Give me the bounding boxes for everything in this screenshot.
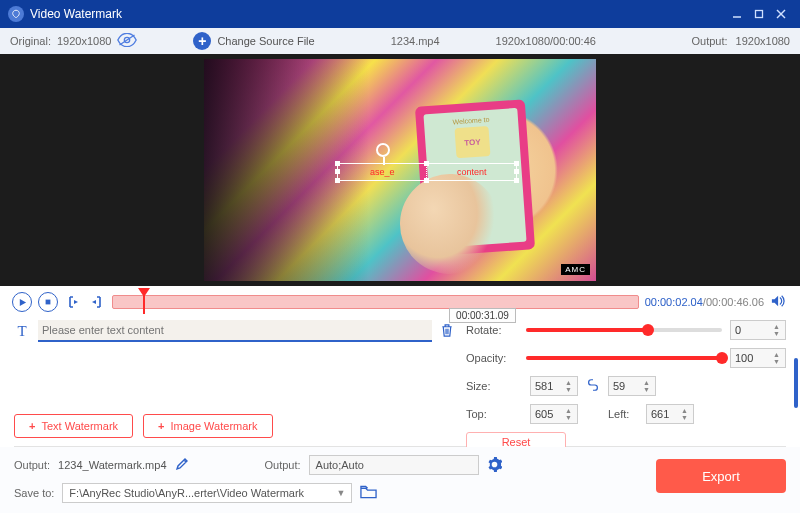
rotate-value-text: 0 [735, 324, 741, 336]
size-height[interactable]: 59 ▲▼ [608, 376, 656, 396]
maximize-button[interactable] [748, 3, 770, 25]
plus-icon: + [29, 420, 35, 432]
plus-icon: + [158, 420, 164, 432]
timeline[interactable]: 00:00:31.09 [112, 292, 639, 312]
opacity-value[interactable]: 100 ▲▼ [730, 348, 786, 368]
output-resolution: 1920x1080 [736, 35, 790, 47]
output-format-label: Output: [265, 459, 301, 471]
video-preview[interactable]: Welcome to TOY amc ase_e content [204, 59, 596, 281]
delete-text-button[interactable] [440, 323, 456, 340]
svg-marker-6 [19, 298, 25, 305]
rotate-value[interactable]: 0 ▲▼ [730, 320, 786, 340]
size-label: Size: [466, 380, 518, 392]
properties-scrollbar[interactable] [794, 320, 798, 446]
top-value[interactable]: 605 ▲▼ [530, 404, 578, 424]
output-settings-button[interactable] [487, 457, 502, 474]
info-toolbar: Original: 1920x1080 + Change Source File… [0, 28, 800, 54]
rotate-label: Rotate: [466, 324, 518, 336]
text-icon: T [14, 323, 30, 340]
minimize-button[interactable] [726, 3, 748, 25]
opacity-value-text: 100 [735, 352, 753, 364]
text-watermark-label: Text Watermark [41, 420, 118, 432]
mark-in-button[interactable] [64, 292, 82, 312]
mid-panels: T + Text Watermark + Image Watermark Rot… [0, 316, 800, 446]
video-stage: Welcome to TOY amc ase_e content [0, 54, 800, 286]
svg-marker-8 [74, 300, 78, 304]
svg-marker-10 [772, 296, 778, 307]
volume-button[interactable] [770, 294, 788, 310]
image-watermark-label: Image Watermark [170, 420, 257, 432]
playback-controls: 00:00:31.09 00:00:02.04/00:00:46.06 [0, 286, 800, 316]
output-file-label: Output: [14, 459, 50, 471]
size-height-text: 59 [613, 380, 625, 392]
output-format-select[interactable]: Auto;Auto [309, 455, 479, 475]
close-button[interactable] [770, 3, 792, 25]
spin-up-icon[interactable]: ▲ [565, 407, 575, 414]
rename-output-button[interactable] [175, 457, 189, 473]
spin-down-icon[interactable]: ▼ [643, 386, 653, 393]
save-to-label: Save to: [14, 487, 54, 499]
rotate-handle-icon[interactable] [376, 143, 390, 157]
add-image-watermark-button[interactable]: + Image Watermark [143, 414, 272, 438]
left-value-text: 661 [651, 408, 669, 420]
titlebar: Video Watermark [0, 0, 800, 28]
output-label: Output: [691, 35, 727, 47]
save-path-text: F:\AnyRec Studio\AnyR...erter\Video Wate… [69, 487, 304, 499]
opacity-label: Opacity: [466, 352, 518, 364]
svg-marker-9 [92, 300, 96, 304]
spin-down-icon[interactable]: ▼ [773, 330, 783, 337]
spin-down-icon[interactable]: ▼ [565, 414, 575, 421]
footer: Output: 1234_Watermark.mp4 Output: Auto;… [0, 447, 800, 513]
mark-out-button[interactable] [88, 292, 106, 312]
spin-up-icon[interactable]: ▲ [643, 379, 653, 386]
card-welcome: Welcome to [452, 116, 489, 126]
source-res-time: 1920x1080/00:00:46 [496, 35, 596, 47]
svg-rect-1 [756, 11, 763, 18]
spin-up-icon[interactable]: ▲ [681, 407, 691, 414]
open-folder-button[interactable] [360, 485, 377, 501]
plus-icon: + [193, 32, 211, 50]
time-current: 00:00:02.04 [645, 296, 703, 308]
playhead-icon[interactable] [138, 288, 150, 297]
left-label: Left: [608, 408, 638, 420]
properties-panel: Rotate: 0 ▲▼ Opacity: 100 ▲▼ Size: 581 [466, 320, 786, 446]
opacity-slider[interactable] [526, 356, 722, 360]
svg-line-5 [120, 35, 135, 45]
rotate-slider[interactable] [526, 328, 722, 332]
spin-down-icon[interactable]: ▼ [565, 386, 575, 393]
original-label: Original: [10, 35, 51, 47]
spin-up-icon[interactable]: ▲ [565, 379, 575, 386]
preview-toggle-icon[interactable] [117, 33, 137, 49]
spin-up-icon[interactable]: ▲ [773, 351, 783, 358]
spin-down-icon[interactable]: ▼ [681, 414, 691, 421]
export-button[interactable]: Export [656, 459, 786, 493]
spin-up-icon[interactable]: ▲ [773, 323, 783, 330]
amc-badge: amc [561, 264, 590, 275]
size-width[interactable]: 581 ▲▼ [530, 376, 578, 396]
source-filename: 1234.mp4 [391, 35, 440, 47]
output-filename: 1234_Watermark.mp4 [58, 459, 166, 471]
save-path-select[interactable]: F:\AnyRec Studio\AnyR...erter\Video Wate… [62, 483, 352, 503]
card-brand: TOY [464, 137, 481, 147]
text-panel: T + Text Watermark + Image Watermark [14, 320, 456, 446]
output-format-text: Auto;Auto [316, 459, 364, 471]
watermark-sel-right: content [457, 167, 487, 177]
time-display: 00:00:02.04/00:00:46.06 [645, 296, 764, 308]
link-aspect-icon[interactable] [586, 379, 600, 393]
change-source-button[interactable]: + Change Source File [193, 32, 314, 50]
top-label: Top: [466, 408, 518, 420]
stop-button[interactable] [38, 292, 58, 312]
app-logo [8, 6, 24, 22]
left-value[interactable]: 661 ▲▼ [646, 404, 694, 424]
play-button[interactable] [12, 292, 32, 312]
chevron-down-icon: ▼ [336, 488, 345, 498]
watermark-selection[interactable]: ase_e content [337, 163, 517, 181]
original-resolution: 1920x1080 [57, 35, 111, 47]
top-value-text: 605 [535, 408, 553, 420]
watermark-sel-left: ase_e [370, 167, 395, 177]
change-source-label: Change Source File [217, 35, 314, 47]
add-text-watermark-button[interactable]: + Text Watermark [14, 414, 133, 438]
watermark-text-input[interactable] [38, 320, 432, 342]
spin-down-icon[interactable]: ▼ [773, 358, 783, 365]
app-title: Video Watermark [30, 7, 122, 21]
